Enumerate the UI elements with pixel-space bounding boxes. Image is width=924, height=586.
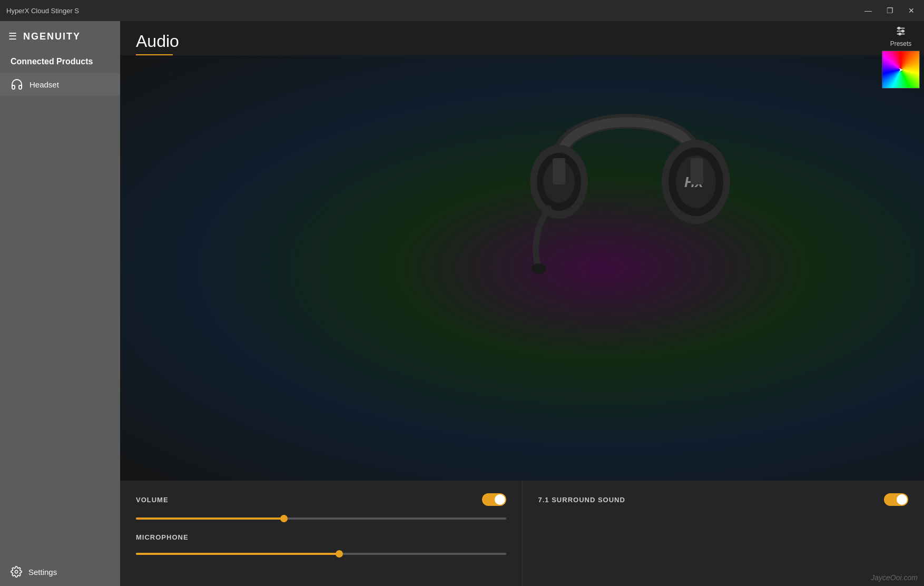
presets-button[interactable]: Presets ➤ — [878, 21, 924, 89]
app-body: ☰ NGENUITY Connected Products Headset Se… — [0, 21, 924, 586]
volume-toggle[interactable] — [482, 493, 506, 506]
logo-text: NGENUITY — [23, 31, 81, 42]
watermark: JayceOoi.com — [871, 573, 918, 582]
svg-point-4 — [898, 27, 900, 30]
audio-control-panel: VOLUME MICROPHONE — [120, 481, 523, 586]
maximize-button[interactable]: ❐ — [883, 5, 897, 16]
connected-products-label: Connected Products — [0, 51, 120, 73]
volume-slider-container[interactable] — [136, 514, 506, 523]
svg-point-14 — [532, 263, 546, 274]
surround-toggle[interactable] — [884, 493, 908, 506]
microphone-row: MICROPHONE — [136, 533, 506, 541]
microphone-label: MICROPHONE — [136, 533, 189, 541]
volume-toggle-track[interactable] — [482, 493, 506, 506]
hero-area: Hx — [120, 55, 924, 481]
page-title: Audio — [136, 32, 908, 51]
presets-icon — [895, 25, 907, 37]
presets-label: Presets — [890, 40, 912, 47]
titlebar: HyperX Cloud Stinger S — ❐ ✕ — [0, 0, 924, 21]
sidebar: ☰ NGENUITY Connected Products Headset Se… — [0, 21, 120, 586]
surround-label: 7.1 SURROUND SOUND — [538, 496, 625, 504]
surround-toggle-track[interactable] — [884, 493, 908, 506]
svg-rect-16 — [691, 158, 703, 184]
settings-label: Settings — [28, 568, 57, 577]
content-area: Presets ➤ Audio — [120, 21, 924, 586]
microphone-slider-container[interactable] — [136, 550, 506, 558]
window-title: HyperX Cloud Stinger S — [6, 7, 79, 15]
sidebar-header: ☰ NGENUITY — [0, 21, 120, 51]
headset-icon — [11, 78, 23, 91]
presets-thumbnail[interactable]: ➤ — [882, 51, 920, 89]
window-controls: — ❐ ✕ — [861, 5, 918, 16]
svg-point-5 — [902, 30, 904, 32]
surround-toggle-thumb — [897, 494, 907, 505]
minimize-button[interactable]: — — [861, 5, 875, 16]
sidebar-item-settings[interactable]: Settings — [0, 558, 120, 586]
surround-control-panel: 7.1 SURROUND SOUND — [523, 481, 925, 586]
volume-toggle-thumb — [495, 494, 505, 505]
page-title-area: Audio — [120, 21, 924, 55]
presets-thumbnail-label: ➤ — [899, 67, 903, 73]
sidebar-item-headset[interactable]: Headset — [0, 73, 120, 96]
gear-icon — [11, 566, 22, 578]
svg-point-0 — [15, 570, 18, 573]
svg-point-6 — [899, 33, 901, 35]
controls-area: VOLUME MICROPHONE — [120, 481, 924, 586]
surround-row: 7.1 SURROUND SOUND — [538, 493, 909, 506]
headset-label: Headset — [30, 80, 59, 89]
close-button[interactable]: ✕ — [905, 5, 918, 16]
volume-label: VOLUME — [136, 496, 169, 504]
hamburger-icon[interactable]: ☰ — [8, 31, 17, 42]
headset-image: Hx — [496, 66, 759, 292]
volume-row: VOLUME — [136, 493, 506, 506]
svg-rect-15 — [553, 158, 565, 184]
